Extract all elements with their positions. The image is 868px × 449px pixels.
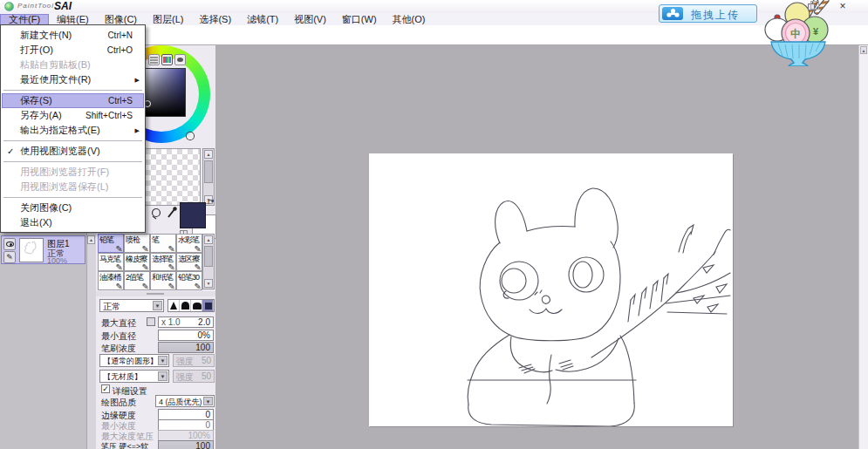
brush-texture-dropdown[interactable]: 【无材质】 ▼ bbox=[99, 370, 169, 383]
pencil-icon: ✎ bbox=[195, 244, 202, 253]
window-close-button[interactable]: × bbox=[836, 1, 850, 12]
edge-shape-square-icon[interactable] bbox=[202, 300, 214, 311]
scroll-up-icon[interactable]: ▲ bbox=[204, 150, 213, 159]
scroll-up-icon[interactable]: ▲ bbox=[204, 235, 213, 244]
primary-color-swatch[interactable] bbox=[180, 202, 206, 228]
painttool-sai-window: PaintTool SAI × 文件(F) 编辑(E) 图像(C) 图层(L) … bbox=[0, 0, 868, 449]
file-menu-save[interactable]: 保存(S) Ctrl+S bbox=[2, 93, 144, 108]
layers-scroll-up-icon[interactable]: ▲ bbox=[87, 235, 95, 244]
eye-icon bbox=[6, 242, 14, 247]
pencil-icon: ✎ bbox=[142, 282, 149, 290]
app-title: PaintTool bbox=[17, 2, 54, 10]
brush-density-slider[interactable]: 100 bbox=[158, 342, 214, 353]
layer-row[interactable]: ✎ 图层1 正常 100% bbox=[1, 235, 85, 264]
file-menu-dropdown: 新建文件(N) Ctrl+N 打开(O) Ctrl+O 粘贴自剪贴板(B) 最近… bbox=[0, 24, 146, 233]
brush-density-label: 笔刷浓度 bbox=[101, 343, 136, 355]
mascot-right-character: ¥ bbox=[813, 26, 819, 37]
eyedropper-tool-icon[interactable] bbox=[166, 206, 178, 222]
min-diameter-slider[interactable]: 0% bbox=[158, 330, 214, 341]
chevron-down-icon[interactable]: ▼ bbox=[203, 397, 213, 405]
drag-upload-button[interactable]: 拖拽上传 bbox=[659, 4, 757, 23]
edge-shape-flat-icon[interactable] bbox=[191, 300, 202, 311]
brush-binary-pen[interactable]: 2值笔✎ bbox=[124, 271, 150, 290]
pencil-icon: ✎ bbox=[195, 262, 202, 271]
menu-separator bbox=[3, 90, 142, 91]
menu-view[interactable]: 视图(V) bbox=[286, 14, 334, 25]
menu-others[interactable]: 其他(O) bbox=[385, 14, 434, 25]
file-menu-export-as[interactable]: 输出为指定格式(E) ▶ bbox=[2, 123, 144, 138]
brush-pen[interactable]: 笔✎ bbox=[150, 234, 176, 253]
swatches-panel-button[interactable] bbox=[174, 54, 186, 65]
rabbit-sketch bbox=[369, 153, 733, 426]
brush-select-pen[interactable]: 选择笔✎ bbox=[150, 253, 176, 272]
layer-thumbnail bbox=[19, 238, 44, 262]
layer-draw-indicator[interactable]: ✎ bbox=[3, 251, 16, 263]
layer-opacity: 100% bbox=[47, 256, 67, 265]
scroll-down-icon[interactable]: ▼ bbox=[204, 279, 213, 288]
brush-pencil[interactable]: 铅笔✎ bbox=[98, 234, 124, 253]
menu-select[interactable]: 选择(S) bbox=[191, 14, 239, 25]
menu-image[interactable]: 图像(C) bbox=[97, 14, 145, 25]
edge-shape-hard-icon[interactable] bbox=[168, 300, 180, 311]
drawing-canvas[interactable] bbox=[369, 153, 733, 426]
file-menu-save-with-view-browser: 用视图浏览器保存(L) bbox=[2, 180, 144, 194]
canvas-vertical-scrollbar[interactable]: ▲ bbox=[858, 45, 868, 449]
quality-label: 绘图品质 bbox=[101, 397, 136, 409]
scrollbar-thumb[interactable] bbox=[204, 160, 213, 183]
brush-airbrush[interactable]: 喷枪✎ bbox=[124, 234, 150, 253]
max-diameter-box[interactable]: x 1.0 2.0 bbox=[158, 316, 214, 328]
brush-edge-shape-selector[interactable] bbox=[167, 299, 215, 312]
file-menu-use-view-browser[interactable]: ✓ 使用视图浏览器(V) bbox=[2, 144, 144, 159]
color-wheel-panel-button[interactable] bbox=[161, 54, 173, 65]
file-menu-close-image[interactable]: 关闭图像(C) bbox=[2, 201, 144, 215]
file-menu-save-as[interactable]: 另存为(A) Shift+Ctrl+S bbox=[2, 108, 144, 123]
menu-layer[interactable]: 图层(L) bbox=[145, 14, 191, 25]
menu-edit[interactable]: 编辑(E) bbox=[49, 14, 97, 25]
scroll-up-icon[interactable]: ▲ bbox=[860, 46, 867, 54]
max-diameter-label: 最大直径 bbox=[101, 317, 136, 330]
diameter-unit-button[interactable] bbox=[147, 317, 155, 326]
pencil-icon: ✎ bbox=[116, 244, 123, 253]
scrollbar-thumb[interactable] bbox=[204, 246, 213, 267]
texture-strength-box: 强度 50 bbox=[173, 370, 215, 383]
chevron-down-icon[interactable]: ▼ bbox=[153, 301, 162, 310]
pen-pressure-slider[interactable]: 100 bbox=[158, 440, 214, 449]
brush-shape-dropdown[interactable]: 【通常的圆形】 ▼ bbox=[99, 354, 169, 367]
menu-file[interactable]: 文件(F) bbox=[0, 14, 49, 25]
file-menu-open[interactable]: 打开(O) Ctrl+O bbox=[2, 43, 144, 58]
quality-dropdown[interactable]: 4 (品质优先) ▼ bbox=[155, 395, 215, 407]
chevron-down-icon[interactable]: ▼ bbox=[158, 356, 167, 365]
brush-blend-mode-dropdown[interactable]: 正常 ▼ bbox=[99, 299, 164, 312]
brush-bucket[interactable]: 油漆桶✎ bbox=[98, 271, 124, 290]
lasso-tool-icon[interactable] bbox=[150, 207, 162, 222]
edge-shape-round-icon[interactable] bbox=[180, 300, 191, 311]
brush-select-eraser[interactable]: 选区擦✎ bbox=[176, 253, 202, 272]
pencil-icon: ✎ bbox=[168, 282, 175, 290]
brush-grid-scrollbar[interactable]: ▲ ▼ bbox=[202, 234, 215, 289]
brush-watercolor[interactable]: 水彩笔✎ bbox=[176, 234, 202, 253]
hue-picker-icon[interactable] bbox=[187, 133, 194, 139]
menu-window[interactable]: 窗口(W) bbox=[334, 14, 385, 25]
color-sliders-panel-button[interactable] bbox=[148, 54, 160, 65]
brush-grid: 铅笔✎ 喷枪✎ 笔✎ 水彩笔✎ 马克笔✎ 橡皮擦✎ 选择笔✎ 选区擦✎ 油漆桶✎… bbox=[98, 234, 202, 290]
swap-colors-icon[interactable]: ↷ bbox=[205, 196, 216, 208]
brush-washi-pen[interactable]: 和纸笔✎ bbox=[150, 271, 176, 290]
submenu-arrow-icon: ▶ bbox=[135, 123, 140, 138]
advanced-settings-checkbox[interactable]: ✓ bbox=[101, 384, 110, 393]
layer-visibility-toggle[interactable] bbox=[3, 238, 16, 250]
chevron-down-icon[interactable]: ▼ bbox=[158, 371, 167, 381]
brush-pencil30[interactable]: 铅笔30✎ bbox=[176, 271, 202, 290]
menu-separator bbox=[3, 197, 142, 198]
brush-eraser[interactable]: 橡皮擦✎ bbox=[124, 253, 150, 272]
file-menu-exit[interactable]: 退出(X) bbox=[2, 215, 144, 230]
file-menu-new[interactable]: 新建文件(N) Ctrl+N bbox=[2, 28, 144, 43]
file-menu-paste-from-clipboard: 粘贴自剪贴板(B) bbox=[2, 58, 144, 72]
brush-marker[interactable]: 马克笔✎ bbox=[98, 253, 124, 272]
menu-separator bbox=[3, 161, 142, 162]
panel-divider-handle[interactable] bbox=[96, 291, 215, 296]
pencil-icon: ✎ bbox=[142, 244, 149, 253]
menu-separator bbox=[3, 140, 142, 141]
file-menu-recent-files[interactable]: 最近使用文件(R) ▶ bbox=[2, 72, 144, 87]
menu-filter[interactable]: 滤镜(T) bbox=[239, 14, 286, 25]
pencil-icon: ✎ bbox=[116, 282, 123, 290]
